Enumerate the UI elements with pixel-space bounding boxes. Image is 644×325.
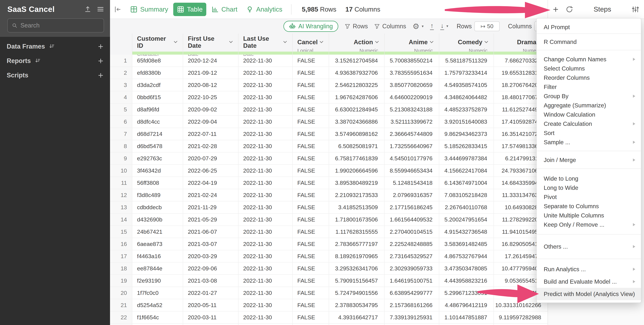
menu-item[interactable]: Group By — [537, 91, 641, 101]
view-tab[interactable]: Chart — [208, 3, 241, 16]
table-row: 17f4463a162020-03-292022-11-30FALSE8.189… — [110, 250, 548, 263]
menu-item-label: Filter — [544, 84, 635, 90]
filter-rows-button[interactable]: Rows — [345, 23, 368, 30]
menu-item[interactable]: R Command — [537, 34, 641, 50]
summary-grid-icon — [130, 6, 138, 13]
rows-limit-input[interactable]: ↦ 50 — [474, 21, 500, 31]
menu-group: Wide to Long Long to Wide Pivot Separate… — [537, 169, 641, 234]
menu-item[interactable]: Build and Evaluate Model ... — [537, 275, 641, 288]
cell: 2022-11-30 — [238, 152, 292, 164]
table-row: 6d8dfc4cc2022-09-042022-11-30FALSE3.3870… — [110, 116, 548, 128]
table-row: 201f7fc0c02022-01-272022-11-30FALSE5.724… — [110, 287, 548, 299]
table-settings-button[interactable]: ⚙ ▾ — [412, 22, 424, 31]
cell: 1.117628315555 — [329, 226, 384, 238]
cell: 2020-03-29 — [183, 250, 238, 262]
ai-wrangling-button[interactable]: AI Wrangling — [284, 21, 338, 32]
menu-item-label: Create Calculation — [544, 120, 633, 127]
chevron-down-icon[interactable] — [320, 39, 323, 43]
sidebar-section: Data Frames + — [0, 41, 110, 51]
menu-item[interactable]: Separate to Columns — [537, 202, 641, 211]
menu-item[interactable]: Predict with Model (Analytics View) — [537, 288, 641, 300]
menu-item-label: Sample ... — [544, 139, 633, 146]
download-button[interactable]: ↓ ▾ — [440, 22, 448, 30]
menu-item[interactable]: Filter — [537, 82, 641, 91]
cell: f2e93190 — [132, 275, 183, 287]
chevron-down-icon[interactable] — [484, 39, 488, 43]
cell: 4.39316642717 — [329, 312, 384, 323]
add-icon[interactable]: + — [98, 56, 103, 65]
cell: 2021-02-24 — [183, 189, 238, 201]
add-icon[interactable]: + — [98, 42, 103, 51]
search-input[interactable] — [20, 22, 100, 29]
menu-item[interactable]: Select Columns — [537, 64, 641, 73]
menu-item[interactable]: Window Calculation — [537, 110, 641, 119]
menu-item[interactable]: Join / Merge — [537, 154, 641, 166]
cell: 7 — [110, 128, 132, 140]
menu-item[interactable]: Aggregate (Summarize) — [537, 101, 641, 110]
view-tab[interactable]: Table — [173, 3, 206, 16]
chevron-down-icon[interactable] — [430, 39, 433, 43]
view-tab[interactable]: Summary — [126, 3, 172, 16]
search-box[interactable] — [8, 18, 104, 32]
menu-item[interactable]: AI Prompt — [537, 21, 641, 33]
cell: 9.119597282988 — [494, 312, 548, 323]
sort-icon[interactable] — [35, 58, 40, 64]
menu-item[interactable]: Create Calculation — [537, 119, 641, 128]
sidebar-section-header[interactable]: Reports + — [0, 56, 110, 66]
menu-item[interactable]: Change Column Names — [537, 55, 641, 64]
menu-item-label: AI Prompt — [544, 24, 635, 30]
menu-item[interactable]: Sort — [537, 128, 641, 138]
column-name: Last Use Date — [243, 35, 281, 49]
sidebar-section-header[interactable]: Scripts + — [0, 70, 110, 80]
sidebar: SaaS Cancel Data Frames + — [0, 0, 110, 325]
cell: 2.378830534795 — [329, 299, 384, 311]
collapse-sidebar-icon[interactable] — [114, 5, 122, 13]
cell: 4.348624064482 — [439, 91, 494, 103]
cell: 9.862943462373 — [439, 128, 494, 140]
cell: FALSE — [292, 165, 329, 177]
menu-item[interactable]: Wide to Long — [537, 174, 641, 183]
filter-columns-button[interactable]: Columns — [374, 23, 406, 30]
menu-item-label: Aggregate (Summarize) — [544, 102, 635, 109]
cell: 16 — [110, 238, 132, 250]
cell: 1.757973233414 — [439, 67, 494, 79]
steps-settings-icon[interactable] — [632, 5, 639, 13]
cell: 3.41852513509 — [329, 201, 384, 213]
upload-button[interactable]: ↑ — [430, 22, 434, 30]
cell: 2022-04-19 — [183, 177, 238, 189]
menu-item[interactable]: Run Analytics ... — [537, 263, 641, 275]
chevron-down-icon[interactable] — [375, 39, 379, 43]
columns-count: 17 Columns — [346, 6, 380, 13]
cell: 2022-06-25 — [183, 165, 238, 177]
view-tab[interactable]: Analytics — [242, 3, 286, 16]
cell: 1 — [110, 55, 132, 66]
table-row: 18ee87844e2022-09-062022-11-30FALSE3.295… — [110, 263, 548, 275]
cell: 2022-01-27 — [183, 287, 238, 299]
sidebar-section-header[interactable]: Data Frames + — [0, 41, 110, 51]
add-icon[interactable]: + — [98, 71, 103, 80]
menu-item[interactable]: Others ... — [537, 238, 641, 255]
quality-bar-cell — [183, 52, 238, 55]
cell: 24b67421 — [132, 226, 183, 238]
menu-item-label: Group By — [544, 93, 633, 99]
menu-item[interactable]: Pivot — [537, 192, 641, 202]
sort-icon[interactable] — [49, 43, 55, 49]
sidebar-menu-icon[interactable] — [97, 6, 104, 13]
menu-item-label: Others ... — [544, 243, 633, 250]
add-step-button[interactable]: + — [553, 5, 558, 14]
chevron-down-icon[interactable] — [229, 39, 233, 43]
menu-item[interactable]: Reorder Columns — [537, 73, 641, 82]
refresh-icon[interactable] — [566, 5, 573, 13]
chevron-down-icon[interactable] — [284, 39, 287, 43]
cell: 2022-11-30 — [238, 214, 292, 226]
chevron-down-icon[interactable] — [174, 39, 178, 43]
menu-item-label: Sort — [544, 130, 635, 136]
menu-item[interactable]: Long to Wide — [537, 183, 641, 192]
menu-item[interactable]: Unite Multiple Columns — [537, 211, 641, 220]
column-quality-bar — [293, 52, 329, 55]
menu-item[interactable]: Keep Only / Remove ... — [537, 220, 641, 229]
table-row: 19f2e931902021-03-082022-11-30FALSE5.790… — [110, 275, 548, 287]
section-label: Data Frames — [7, 43, 45, 50]
menu-item[interactable]: Sample ... — [537, 138, 641, 147]
export-icon[interactable] — [84, 6, 91, 13]
